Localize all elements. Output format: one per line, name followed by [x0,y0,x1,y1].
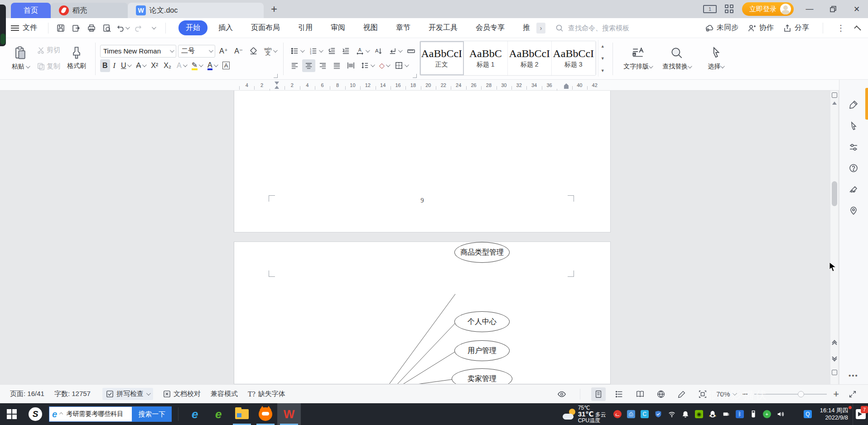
driver-tray-icon[interactable]: C [638,403,651,425]
eye-protect-button[interactable] [555,387,569,401]
increase-indent-button[interactable] [339,45,352,58]
app-grid-icon[interactable] [725,5,734,14]
missing-font-button[interactable]: T? 缺失字体 [248,390,285,398]
customize-toolbar-chevron[interactable] [145,21,161,35]
web-view-button[interactable] [654,387,668,401]
format-painter-button[interactable]: 格式刷 [63,40,91,77]
bold-button[interactable]: B [100,59,110,72]
style-item[interactable]: AaBbCcI 标题 2 [508,41,552,75]
ribbon-tab[interactable]: 会员专享 [468,20,512,35]
collapse-ribbon-icon[interactable] [854,25,861,33]
ie-taskbar-icon[interactable]: e [183,403,207,425]
ime-indicator[interactable] [787,403,801,425]
restore-button[interactable] [825,0,841,18]
floating-recorder-handle[interactable] [0,5,6,46]
antivirus-tray-icon[interactable]: + [760,403,774,425]
align-right-button[interactable] [316,59,329,72]
document-page-current[interactable]: 个人中心用户管理卖家管理商品类型管理 [234,241,611,384]
print-preview-icon[interactable] [99,21,115,35]
clear-format-button[interactable] [247,45,260,58]
signature-tool-icon[interactable] [848,184,859,196]
undo-dropdown[interactable] [125,25,130,29]
file-menu[interactable]: 文件 [23,23,37,33]
increase-font-button[interactable]: A⁺ [217,45,230,58]
zoom-level[interactable]: 70% [716,390,736,398]
compatibility-mode[interactable]: 兼容模式 [211,390,238,398]
taskbar-clock[interactable]: 16:14 周四 2022/9/8 [820,407,848,421]
help-icon[interactable] [848,162,859,174]
search-go-button[interactable]: 搜索一下 [132,406,172,422]
next-page-button[interactable] [830,355,838,361]
paragraph-dialog-launcher[interactable] [413,74,417,78]
use-case-ellipse[interactable]: 商品类型管理 [454,242,510,263]
locate-tool-icon[interactable] [848,205,859,217]
export-icon[interactable] [68,21,84,35]
text-layout-button[interactable]: 文字排版 [618,40,657,77]
print-icon[interactable] [84,21,99,35]
command-search[interactable] [555,24,653,32]
document-page-prev[interactable]: 9 [234,91,611,232]
show-marks-button[interactable] [386,45,404,58]
zoom-slider[interactable] [754,394,827,395]
sort-button[interactable]: A [372,45,385,58]
pinyin-dropdown[interactable] [273,48,278,53]
taskbar-search-input[interactable] [65,410,132,418]
tab-ruler-button[interactable] [405,45,418,58]
douyu-tray-icon[interactable]: ᓚ [611,403,624,425]
sogou-taskbar-icon[interactable]: S [24,403,47,425]
gallery-up-arrow[interactable]: ▲ [598,40,607,52]
underline-button[interactable]: U [119,59,133,72]
ribbon-tab[interactable]: 推 [516,20,537,35]
zoom-out-button[interactable]: − [742,388,748,400]
select-browse-object[interactable] [830,370,838,375]
panel-more-icon[interactable]: ••• [849,372,858,379]
paste-button[interactable]: 粘贴 [6,40,34,77]
ribbon-tab[interactable]: 审阅 [323,20,352,35]
minimize-button[interactable]: — [802,0,817,18]
search-engine-chevron[interactable] [59,412,63,416]
ruler-toggle-icon[interactable] [832,92,837,98]
ribbon-tab[interactable]: 开发工具 [421,20,465,35]
gallery-down-arrow[interactable]: ▼ [598,52,607,64]
save-icon[interactable] [53,21,68,35]
paste-dropdown[interactable] [26,64,30,68]
numbered-list-button[interactable]: 123 [307,45,324,58]
weather-icon[interactable] [563,409,576,420]
page-view-button[interactable] [591,387,606,401]
previous-page-button[interactable] [830,341,838,346]
read-view-button[interactable] [633,387,647,401]
decrease-indent-button[interactable] [325,45,338,58]
ribbon-tab[interactable]: 章节 [389,20,418,35]
more-options-icon[interactable]: ⋮ [837,23,845,33]
sync-status[interactable]: 未同步 [705,23,738,33]
text-effects-button[interactable]: A [174,59,188,72]
use-case-ellipse[interactable]: 个人中心 [454,311,510,332]
temperature-widget[interactable]: 75℃ 31℃ 多云 CPU温度 [578,405,606,424]
outline-view-button[interactable] [612,387,627,401]
cut-button[interactable]: 剪切 [34,44,63,57]
bluetooth-tray-icon[interactable]: ᛒ [733,403,747,425]
italic-button[interactable]: I [111,59,118,72]
command-search-input[interactable] [567,24,653,32]
style-item[interactable]: AaBbC 标题 1 [464,41,508,75]
justify-button[interactable] [330,59,343,72]
font-family-select[interactable]: Times New Roman [100,45,176,58]
power-plug-tray-icon[interactable] [719,403,733,425]
style-item[interactable]: AaBbCcI 正文 [420,41,464,75]
subscript-button[interactable]: X₂ [161,59,174,72]
vertical-scrollbar[interactable] [830,91,838,384]
spellcheck-toggle[interactable]: 拼写检查 [102,388,153,400]
usb-device-tray-icon[interactable]: ⎙ [624,403,638,425]
qq-tray-icon[interactable] [706,403,719,425]
action-center-button[interactable]: 7 [853,403,868,425]
select-button[interactable]: 选择 [696,40,735,77]
zoom-slider-knob[interactable] [798,391,804,397]
edit-mode-button[interactable] [675,387,689,401]
page-indicator[interactable]: 页面: 16/41 [10,390,44,398]
login-button[interactable]: 立即登录 [742,2,794,16]
use-case-ellipse[interactable]: 用户管理 [454,340,510,361]
sogou-input-tray-icon[interactable]: Q [801,403,815,425]
wps-taskbar-icon[interactable]: W [277,403,301,425]
redo-icon[interactable] [130,21,145,35]
indent-marker-left[interactable] [275,82,279,89]
